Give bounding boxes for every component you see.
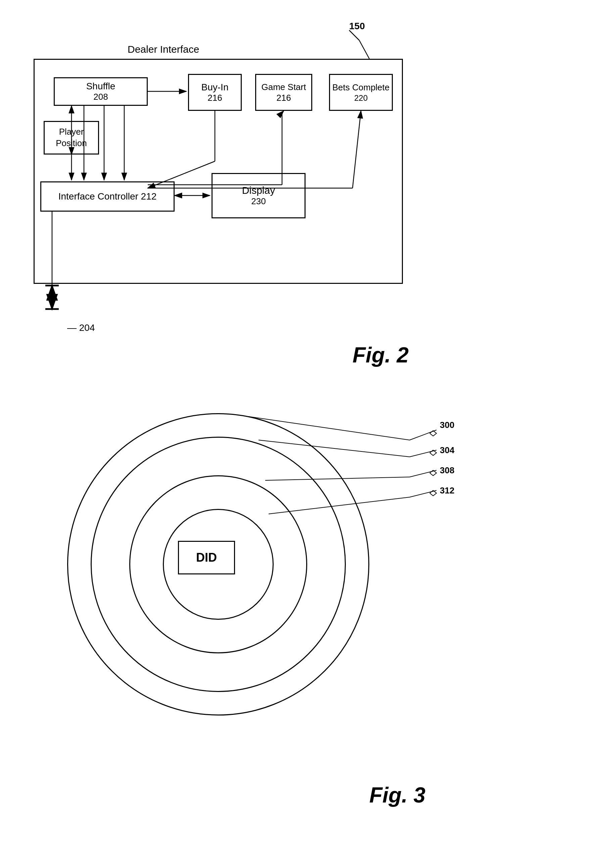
ref-300: 300 bbox=[440, 420, 454, 430]
svg-line-33 bbox=[410, 491, 436, 497]
did-box: DID bbox=[178, 541, 235, 574]
svg-line-29 bbox=[410, 450, 436, 457]
ref-150: 150 bbox=[349, 21, 365, 32]
ref-308: 308 bbox=[440, 465, 454, 476]
ref-312: 312 bbox=[440, 485, 454, 496]
playerpos-box: Player Position bbox=[44, 121, 99, 154]
fig3-label: Fig. 3 bbox=[369, 783, 425, 808]
buyin-box: Buy-In 216 bbox=[188, 74, 242, 111]
shuffle-box: Shuffle 208 bbox=[54, 77, 148, 106]
fig3-diagram: DID 300 304 bbox=[67, 413, 403, 749]
ref-304: 304 bbox=[440, 445, 454, 456]
display-box: Display 230 bbox=[212, 173, 306, 219]
svg-line-5 bbox=[359, 40, 369, 59]
ref-204: — 204 bbox=[67, 322, 95, 333]
svg-line-4 bbox=[349, 30, 359, 40]
gamestart-box: Game Start 216 bbox=[255, 74, 312, 111]
interface-controller-box: Interface Controller 212 bbox=[40, 182, 175, 212]
dealer-interface-label: Dealer Interface bbox=[127, 44, 199, 55]
svg-line-31 bbox=[410, 470, 436, 477]
svg-line-27 bbox=[410, 430, 436, 440]
betscomplete-box: Bets Complete 220 bbox=[329, 74, 393, 111]
fig2-label: Fig. 2 bbox=[353, 343, 408, 368]
